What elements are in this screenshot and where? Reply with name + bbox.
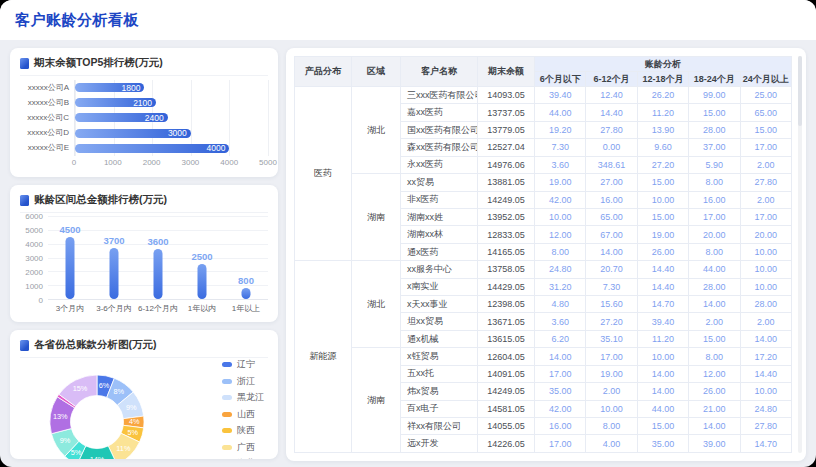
aging-value-cell: 10.00: [740, 278, 791, 295]
aging-value-cell: 14.00: [740, 330, 791, 347]
aging-category-label: 6-12个月内: [136, 300, 180, 314]
legend-marker: [222, 428, 232, 433]
aging-value-cell: 27.00: [586, 174, 637, 191]
table-scrollbar[interactable]: [798, 56, 802, 453]
balance-cell: 13615.05: [478, 330, 535, 347]
x-tick-label: 4000: [220, 158, 238, 167]
top5-category-labels: xxxxx公司Axxxxx公司Bxxxxx公司Cxxxxx公司Dxxxxx公司E: [20, 80, 74, 169]
aging-value-cell: 17.20: [740, 348, 791, 365]
aging-value-cell: 4.80: [535, 296, 586, 313]
aging-value-cell: 10.00: [586, 400, 637, 417]
table-row: 湖南xx贸易13881.0519.0027.0015.008.0027.80: [295, 174, 792, 191]
balance-cell: 13671.05: [478, 313, 535, 330]
balance-cell: 12527.04: [478, 139, 535, 156]
balance-cell: 13881.05: [478, 174, 535, 191]
legend-marker: [222, 412, 232, 417]
top5-bar-value: 3000: [168, 128, 187, 138]
aging-category-label: 3个月内: [48, 300, 92, 314]
top5-bar: 2400: [75, 113, 168, 122]
customer-name-cell: 湖南xx姓: [401, 208, 478, 225]
balance-cell: 12833.05: [478, 226, 535, 243]
legend-item-辽宁[interactable]: 辽宁: [222, 358, 264, 371]
donut-slice-label: 6%: [99, 381, 110, 390]
donut-chart-svg: 6%8%9%4%5%11%14%5%9%13%15%: [48, 373, 146, 459]
aging-value-cell: 14.00: [637, 365, 688, 382]
aging-value-cell: 19.00: [586, 365, 637, 382]
aging-value-cell: 14.40: [740, 365, 791, 382]
table-header: 产品分布 区域 客户名称 期末余额 账龄分析 6个月以下6-12个月12-18个…: [295, 57, 792, 87]
aging-value-cell: 20.70: [586, 261, 637, 278]
customer-name-cell: 三xxx医药有限公司: [401, 87, 478, 104]
aging-value-cell: 44.00: [689, 261, 740, 278]
aging-value-cell: 28.00: [740, 296, 791, 313]
balance-cell: 14429.05: [478, 278, 535, 295]
customer-name-cell: x天xx事业: [401, 296, 478, 313]
aging-value-cell: 19.00: [637, 226, 688, 243]
aging-value-cell: 42.00: [535, 400, 586, 417]
aging-analysis-table-card: 产品分布 区域 客户名称 期末余额 账龄分析 6个月以下6-12个月12-18个…: [286, 48, 806, 461]
table-scrollbar-thumb[interactable]: [798, 56, 802, 126]
col-header-region: 区域: [352, 57, 401, 87]
legend-marker: [222, 379, 232, 384]
col-header-aging: 6-12个月: [586, 72, 637, 87]
aging-value-cell: 14.40: [637, 261, 688, 278]
legend-item-广西[interactable]: 广西: [222, 441, 264, 454]
aging-value-cell: 11.20: [637, 330, 688, 347]
dashboard: 客户账龄分析看板 期末余额TOP5排行榜(万元) xxxxx公司Axxxxx公司…: [0, 0, 816, 467]
aging-value-cell: 31.20: [535, 278, 586, 295]
aging-value-cell: 16.00: [535, 418, 586, 435]
aging-value-cell: 3.60: [535, 156, 586, 173]
panel-province-title: 各省份总账款分析图(万元): [34, 338, 157, 352]
top5-category-label: xxxxx公司A: [28, 82, 69, 93]
content-area: 期末余额TOP5排行榜(万元) xxxxx公司Axxxxx公司Bxxxxx公司C…: [0, 40, 816, 467]
panel-aging-header: 账龄区间总金额排行榜(万元): [20, 193, 268, 213]
aging-analysis-table: 产品分布 区域 客户名称 期末余额 账龄分析 6个月以下6-12个月12-18个…: [294, 56, 792, 453]
top5-plot-area: 18002100240030004000: [74, 80, 268, 156]
aging-value-cell: 39.40: [637, 313, 688, 330]
aging-value-cell: 8.00: [535, 243, 586, 260]
donut-slice-label: 15%: [73, 384, 88, 393]
aging-value-cell: 17.00: [535, 435, 586, 453]
donut-slice-label: 14%: [90, 455, 105, 459]
legend-item-湖北[interactable]: 湖北: [222, 457, 264, 459]
donut-legend: 辽宁浙江黑龙江山西陕西广西湖北湖南: [222, 358, 264, 459]
table-row: 湖南x钰贸易12604.0514.0017.0010.008.0017.20: [295, 348, 792, 365]
customer-name-cell: 炜x贸易: [401, 383, 478, 400]
aging-value-cell: 25.00: [740, 87, 791, 104]
donut-slice-label: 11%: [116, 444, 131, 453]
aging-plot-wrap: 4500370036002500800 3个月内3-6个月内6-12个月内1年以…: [48, 216, 268, 314]
balance-cell: 14976.06: [478, 156, 535, 173]
col-header-customer: 客户名称: [401, 57, 478, 87]
customer-name-cell: 远x开发: [401, 435, 478, 453]
panel-province-donut: 各省份总账款分析图(万元) 6%8%9%4%5%11%14%5%9%13%15%…: [10, 330, 278, 459]
aging-value-cell: 44.00: [637, 400, 688, 417]
aging-value-cell: 4.00: [586, 435, 637, 453]
legend-item-陕西[interactable]: 陕西: [222, 424, 264, 437]
balance-cell: 12604.05: [478, 348, 535, 365]
x-tick-label: 3000: [181, 158, 199, 167]
legend-marker: [222, 445, 232, 450]
legend-item-黑龙江[interactable]: 黑龙江: [222, 391, 264, 404]
aging-value-cell: 15.60: [586, 296, 637, 313]
x-tick-label: 0: [72, 158, 76, 167]
aging-value-cell: 12.00: [535, 226, 586, 243]
legend-item-浙江[interactable]: 浙江: [222, 375, 264, 388]
aging-y-axis: 0100020003000400050006000: [20, 216, 48, 314]
aging-bar: [154, 249, 163, 299]
aging-value-cell: 9.60: [637, 139, 688, 156]
bar-chart-icon: [20, 195, 29, 206]
top5-bar: 3000: [75, 129, 191, 138]
donut-slice-label: 5%: [127, 428, 138, 437]
legend-label: 湖北: [237, 457, 255, 459]
aging-bar: [110, 248, 119, 299]
aging-value-cell: 19.00: [535, 174, 586, 191]
aging-value-cell: 17.00: [740, 139, 791, 156]
top5-bar-chart: xxxxx公司Axxxxx公司Bxxxxx公司Cxxxxx公司Dxxxxx公司E…: [20, 80, 268, 169]
customer-name-cell: x南实业: [401, 278, 478, 295]
aging-bar: [242, 288, 251, 299]
legend-item-山西[interactable]: 山西: [222, 408, 264, 421]
aging-value-cell: 5.90: [689, 156, 740, 173]
aging-bar: [198, 264, 207, 299]
y-tick-label: 1000: [25, 282, 43, 291]
aging-value-cell: 14.40: [586, 104, 637, 121]
